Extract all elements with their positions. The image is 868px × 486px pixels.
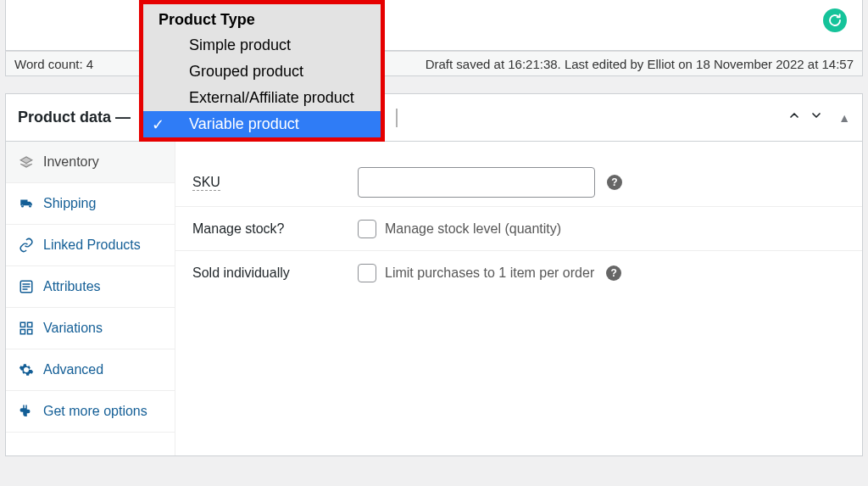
dropdown-option-variable[interactable]: ✓ Variable product bbox=[143, 111, 381, 137]
product-data-header: Product data — ▲ bbox=[6, 94, 862, 142]
sold-individually-row: Sold individually Limit purchases to 1 i… bbox=[175, 251, 862, 295]
manage-stock-row: Manage stock? Manage stock level (quanti… bbox=[175, 207, 862, 251]
shipping-icon bbox=[18, 195, 35, 212]
tab-linked-products[interactable]: Linked Products bbox=[6, 225, 175, 266]
product-data-metabox: Product data — ▲ Inventory bbox=[5, 93, 863, 456]
move-up-button[interactable] bbox=[787, 109, 801, 126]
collapse-toggle[interactable]: ▲ bbox=[838, 111, 850, 125]
variations-icon bbox=[18, 320, 35, 337]
inventory-icon bbox=[18, 154, 35, 170]
sold-individually-help-icon[interactable]: ? bbox=[606, 265, 621, 281]
tab-shipping[interactable]: Shipping bbox=[6, 183, 175, 225]
tab-advanced[interactable]: Advanced bbox=[6, 349, 175, 391]
dropdown-option-external[interactable]: External/Affiliate product bbox=[143, 85, 381, 111]
dropdown-option-simple[interactable]: Simple product bbox=[143, 32, 381, 59]
svg-rect-1 bbox=[23, 283, 31, 285]
dropdown-header: Product Type bbox=[143, 4, 381, 32]
editor-content-area[interactable] bbox=[5, 0, 863, 51]
manage-stock-checkbox[interactable] bbox=[358, 220, 376, 238]
svg-rect-6 bbox=[20, 330, 25, 334]
sold-individually-checkbox[interactable] bbox=[358, 264, 376, 282]
plugin-icon bbox=[18, 403, 35, 420]
sold-individually-check-label: Limit purchases to 1 item per order bbox=[385, 265, 594, 281]
text-cursor bbox=[396, 109, 398, 127]
tab-variations-label: Variations bbox=[43, 321, 103, 336]
manage-stock-label: Manage stock? bbox=[192, 221, 358, 237]
tab-inventory-label: Inventory bbox=[43, 154, 99, 170]
inventory-panel: SKU ? Manage stock? Manage stock level (… bbox=[175, 142, 862, 455]
tab-linked-label: Linked Products bbox=[43, 237, 141, 253]
sku-input[interactable] bbox=[358, 167, 595, 198]
grammarly-icon[interactable] bbox=[823, 8, 847, 32]
sku-help-icon[interactable]: ? bbox=[607, 175, 622, 190]
svg-rect-5 bbox=[28, 322, 32, 327]
tab-variations[interactable]: Variations bbox=[6, 308, 175, 349]
move-down-button[interactable] bbox=[810, 109, 823, 126]
tab-inventory[interactable]: Inventory bbox=[6, 142, 175, 183]
dropdown-option-grouped[interactable]: Grouped product bbox=[143, 59, 381, 85]
link-icon bbox=[18, 237, 35, 254]
dropdown-option-variable-label: Variable product bbox=[189, 115, 299, 132]
svg-rect-7 bbox=[28, 330, 32, 334]
tab-shipping-label: Shipping bbox=[43, 196, 96, 211]
tab-attributes[interactable]: Attributes bbox=[6, 266, 175, 308]
sku-label: SKU bbox=[192, 175, 220, 191]
tab-get-more-label: Get more options bbox=[43, 404, 147, 419]
gear-icon bbox=[18, 361, 35, 378]
metabox-controls: ▲ bbox=[787, 109, 850, 126]
sku-field-row: SKU ? bbox=[175, 159, 862, 207]
svg-rect-4 bbox=[20, 322, 25, 327]
word-count-label: Word count: 4 bbox=[14, 57, 93, 71]
product-data-body: Inventory Shipping Linked Products Attri… bbox=[6, 142, 862, 455]
manage-stock-check-label: Manage stock level (quantity) bbox=[385, 221, 561, 237]
tab-attributes-label: Attributes bbox=[43, 279, 101, 294]
sold-individually-label: Sold individually bbox=[192, 265, 358, 281]
check-icon: ✓ bbox=[152, 115, 164, 134]
editor-status-bar: Word count: 4 Draft saved at 16:21:38. L… bbox=[5, 51, 863, 76]
tab-get-more[interactable]: Get more options bbox=[6, 391, 175, 433]
svg-rect-3 bbox=[23, 288, 28, 290]
product-data-title: Product data — bbox=[18, 109, 131, 126]
svg-rect-2 bbox=[23, 286, 31, 288]
draft-saved-info: Draft saved at 16:21:38. Last edited by … bbox=[426, 57, 854, 71]
attributes-icon bbox=[18, 278, 35, 295]
tab-advanced-label: Advanced bbox=[43, 362, 103, 377]
product-data-tabs: Inventory Shipping Linked Products Attri… bbox=[6, 142, 175, 455]
product-type-dropdown[interactable]: Product Type Simple product Grouped prod… bbox=[139, 0, 385, 142]
